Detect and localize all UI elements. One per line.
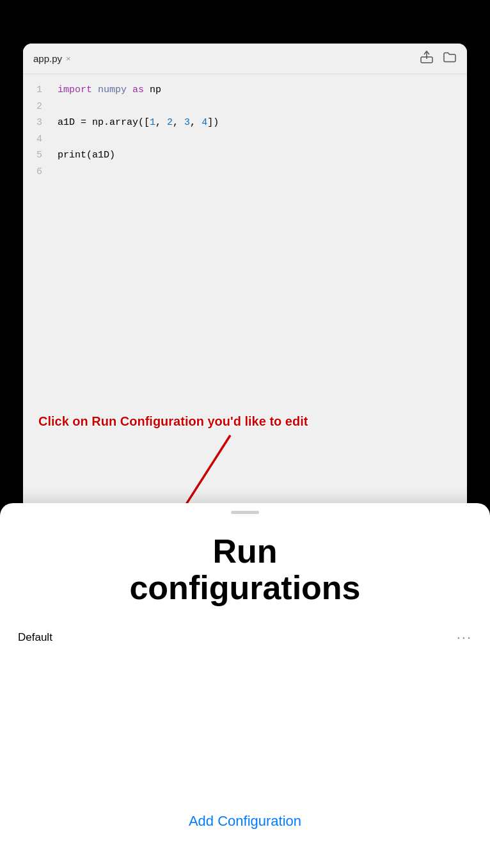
code-line-6 xyxy=(58,164,458,181)
code-area: import numpy as np a1D = np.array([1, 2,… xyxy=(49,74,467,511)
config-item-name: Default xyxy=(18,631,52,644)
code-line-2 xyxy=(58,99,458,115)
line-number: 4 xyxy=(32,131,42,148)
sheet-title-line2: configurations xyxy=(129,569,360,606)
line-numbers: 1 2 3 4 5 6 xyxy=(23,74,49,511)
editor-content: 1 2 3 4 5 6 import numpy as np a1D = np.… xyxy=(23,74,467,511)
editor-titlebar: app.py × xyxy=(23,44,467,74)
config-item-more-icon[interactable]: ··· xyxy=(457,629,472,646)
line-number: 2 xyxy=(32,99,42,115)
editor-tab[interactable]: app.py × xyxy=(33,53,71,64)
code-line-5: print(a1D) xyxy=(58,147,458,164)
add-configuration-button[interactable]: Add Configuration xyxy=(0,800,490,842)
editor-window: app.py × 1 2 3 4 xyxy=(23,44,467,511)
config-item-default[interactable]: Default ··· xyxy=(0,619,490,656)
code-line-4 xyxy=(58,131,458,148)
code-line-3: a1D = np.array([1, 2, 3, 4]) xyxy=(58,115,458,131)
line-number: 3 xyxy=(32,115,42,131)
folder-icon[interactable] xyxy=(443,50,457,67)
share-icon[interactable] xyxy=(420,50,434,67)
sheet-title: Run configurations xyxy=(0,533,490,606)
sheet-title-line1: Run xyxy=(212,533,277,570)
sheet-handle[interactable] xyxy=(231,511,259,514)
line-number: 5 xyxy=(32,147,42,164)
editor-actions xyxy=(420,50,457,67)
bottom-sheet: Run configurations Default ··· Add Confi… xyxy=(0,503,490,868)
tab-filename: app.py xyxy=(33,53,62,64)
code-line-1: import numpy as np xyxy=(58,82,458,99)
line-number: 6 xyxy=(32,164,42,181)
line-number: 1 xyxy=(32,82,42,99)
tab-close-icon[interactable]: × xyxy=(66,54,71,63)
